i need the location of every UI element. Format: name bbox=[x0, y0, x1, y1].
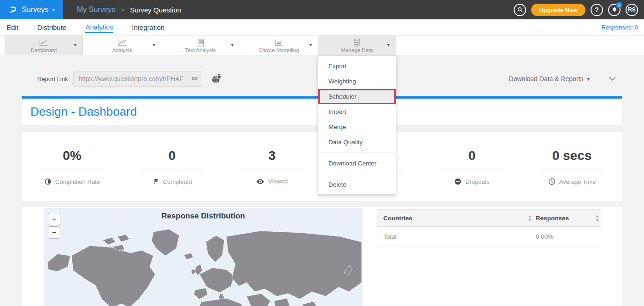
eye-icon bbox=[256, 178, 264, 185]
topbar-actions: Upgrade Now ? 1 RS bbox=[514, 4, 644, 16]
collapse-chevron-icon[interactable] bbox=[608, 76, 616, 81]
clock-icon bbox=[548, 178, 556, 185]
nav-item-integration[interactable]: Integration bbox=[132, 22, 164, 33]
nav-item-edit[interactable]: Edit bbox=[6, 22, 18, 33]
upgrade-now-button[interactable]: Upgrade Now bbox=[531, 4, 585, 16]
menu-item-data-quality[interactable]: Data Quality bbox=[318, 135, 396, 150]
search-button[interactable] bbox=[514, 4, 526, 16]
menu-item-scheduler[interactable]: Scheduler bbox=[318, 89, 396, 104]
stat-average-time: 0 secs Average Time bbox=[522, 132, 622, 201]
menu-item-delete[interactable]: Delete bbox=[318, 177, 396, 192]
tab-choice-modelling[interactable]: Choice Modelling ▾ bbox=[240, 35, 318, 55]
table-row-total: Total 0.00% bbox=[377, 227, 601, 247]
tab-text-analysis[interactable]: Text Analysis ▾ bbox=[161, 35, 240, 55]
menu-item-import[interactable]: Import bbox=[318, 104, 396, 119]
top-bar: Surveys ▾ My Surveys > Survey Question U… bbox=[0, 0, 644, 19]
half-circle-icon bbox=[44, 178, 52, 185]
breadcrumb-separator: > bbox=[121, 6, 125, 13]
download-data-reports-dropdown[interactable]: Download Data & Reports ▾ bbox=[509, 75, 590, 82]
tab-dashboard[interactable]: Dashboard ▾ bbox=[5, 35, 83, 55]
chevron-down-icon: ▾ bbox=[587, 76, 590, 82]
line-chart-icon bbox=[39, 38, 49, 47]
stat-dropouts: 0 Dropouts bbox=[422, 132, 522, 201]
responses-column-header[interactable]: Responses bbox=[536, 215, 569, 222]
menu-divider bbox=[318, 174, 396, 174]
stat-completed: 0 Completed bbox=[122, 132, 222, 201]
breadcrumb-survey-question: Survey Question bbox=[130, 6, 181, 14]
notifications-button[interactable]: 1 bbox=[608, 4, 621, 16]
nav-item-analytics[interactable]: Analytics bbox=[85, 21, 113, 33]
globe-lock-icon[interactable] bbox=[211, 74, 222, 84]
countries-table: Countries Responses Total 0.00% bbox=[377, 209, 601, 247]
distribution-panel: Response Distribution + − bbox=[22, 207, 622, 306]
map-zoom-in-button[interactable]: + bbox=[48, 213, 60, 225]
countries-table-header: Countries Responses bbox=[377, 209, 601, 227]
menu-item-download-center[interactable]: Download Center bbox=[318, 156, 396, 171]
nav-item-distribute[interactable]: Distribute bbox=[37, 22, 66, 33]
trend-chart-icon bbox=[117, 38, 127, 47]
document-grid-icon bbox=[197, 38, 205, 47]
menu-divider bbox=[318, 153, 396, 153]
response-map: Response Distribution + − bbox=[44, 208, 363, 306]
report-link-input[interactable] bbox=[73, 71, 202, 87]
app-menu-label: Surveys bbox=[22, 6, 48, 14]
tab-analysis[interactable]: Analysis ▾ bbox=[83, 35, 161, 55]
surveys-app-menu[interactable]: Surveys ▾ bbox=[0, 0, 63, 19]
map-title: Response Distribution bbox=[44, 212, 363, 221]
stat-viewed: 3 Viewed bbox=[222, 132, 322, 201]
search-icon bbox=[517, 6, 523, 13]
link-icon[interactable] bbox=[190, 75, 199, 84]
menu-item-export[interactable]: Export bbox=[318, 59, 396, 74]
minus-circle-icon bbox=[454, 178, 462, 185]
report-link-label: Report Link bbox=[37, 76, 68, 82]
menu-item-merge[interactable]: Merge bbox=[318, 119, 396, 135]
stat-completion-rate: 0% Completion Rate bbox=[22, 132, 122, 201]
notification-badge: 1 bbox=[616, 2, 622, 8]
flag-icon bbox=[152, 178, 159, 185]
chevron-down-icon[interactable]: ▾ bbox=[152, 42, 155, 48]
breadcrumb-my-surveys[interactable]: My Surveys bbox=[77, 6, 116, 14]
countries-column-header[interactable]: Countries bbox=[383, 215, 412, 222]
menu-item-weighting[interactable]: Weighting bbox=[318, 74, 396, 89]
world-map[interactable] bbox=[44, 226, 363, 306]
avatar[interactable]: RS bbox=[626, 4, 638, 16]
sort-icon[interactable] bbox=[528, 215, 532, 221]
scatter-chart-icon bbox=[274, 38, 284, 47]
survey-nav: Edit Distribute Analytics Integration Re… bbox=[0, 19, 644, 35]
analytics-toolbar: Dashboard ▾ Analysis ▾ Text Analysis ▾ C… bbox=[0, 35, 644, 55]
chevron-down-icon[interactable]: ▾ bbox=[387, 42, 390, 48]
chevron-down-icon[interactable]: ▾ bbox=[309, 42, 312, 48]
tab-manage-data[interactable]: Manage Data ▾ bbox=[318, 35, 396, 55]
responses-count: Responses: 0 bbox=[602, 24, 638, 31]
questionpro-logo-icon bbox=[8, 5, 18, 15]
manage-data-menu: Export Weighting Scheduler Import Merge … bbox=[318, 55, 396, 194]
help-button[interactable]: ? bbox=[591, 4, 603, 16]
chevron-down-icon[interactable]: ▾ bbox=[74, 42, 76, 48]
database-icon bbox=[352, 38, 362, 47]
chevron-down-icon[interactable]: ▾ bbox=[231, 42, 234, 48]
map-zoom-out-button[interactable]: − bbox=[48, 226, 60, 239]
chevron-down-icon: ▾ bbox=[52, 7, 55, 13]
breadcrumb: My Surveys > Survey Question bbox=[77, 6, 181, 14]
sort-icon[interactable] bbox=[595, 215, 599, 221]
